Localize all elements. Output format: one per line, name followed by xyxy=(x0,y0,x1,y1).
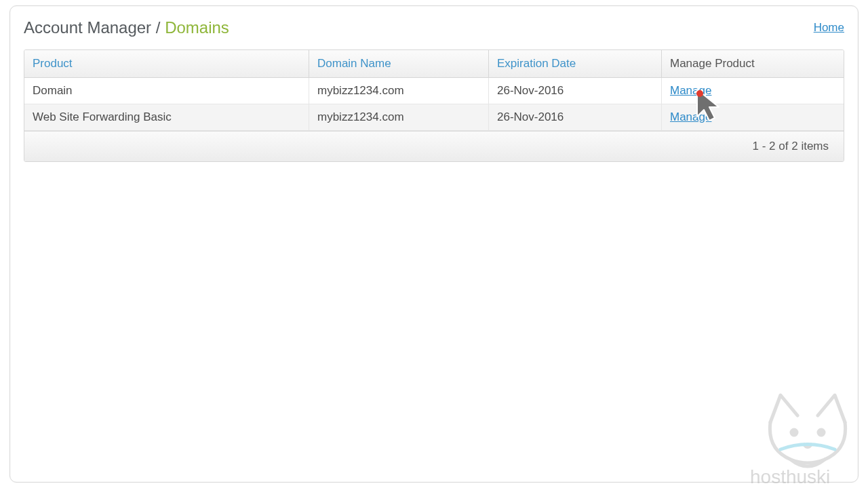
svg-point-1 xyxy=(818,430,824,435)
cell-expiration: 26-Nov-2016 xyxy=(489,78,662,104)
cell-product: Web Site Forwarding Basic xyxy=(24,104,309,130)
table-body: Domain mybizz1234.com 26-Nov-2016 Manage… xyxy=(24,78,844,131)
breadcrumb-main: Account Manager xyxy=(24,18,151,37)
col-header-product[interactable]: Product xyxy=(24,50,309,77)
home-link[interactable]: Home xyxy=(814,21,844,35)
table-header-row: Product Domain Name Expiration Date Mana… xyxy=(24,50,844,78)
watermark: hosthuski xyxy=(750,385,865,487)
cell-product: Domain xyxy=(24,78,309,104)
table-row: Domain mybizz1234.com 26-Nov-2016 Manage xyxy=(24,78,844,104)
manage-link[interactable]: Manage xyxy=(670,84,711,97)
col-header-manage: Manage Product xyxy=(662,50,844,77)
col-header-domain[interactable]: Domain Name xyxy=(309,50,489,77)
breadcrumb: Account Manager / Domains xyxy=(24,18,229,37)
cell-domain: mybizz1234.com xyxy=(309,78,489,104)
svg-point-0 xyxy=(791,430,797,435)
cell-domain: mybizz1234.com xyxy=(309,104,489,130)
header-row: Account Manager / Domains Home xyxy=(24,18,844,37)
watermark-text: hosthuski xyxy=(750,466,830,487)
domains-table: Product Domain Name Expiration Date Mana… xyxy=(24,49,844,162)
cell-manage: Manage xyxy=(662,78,844,104)
cell-manage: Manage xyxy=(662,104,844,130)
table-row: Web Site Forwarding Basic mybizz1234.com… xyxy=(24,104,844,131)
husky-logo-icon: hosthuski xyxy=(750,385,865,487)
breadcrumb-separator: / xyxy=(151,18,165,37)
account-manager-panel: Account Manager / Domains Home Product D… xyxy=(9,5,859,483)
table-footer: 1 - 2 of 2 items xyxy=(24,131,844,161)
col-header-expiration[interactable]: Expiration Date xyxy=(489,50,662,77)
cell-expiration: 26-Nov-2016 xyxy=(489,104,662,130)
manage-link[interactable]: Manage xyxy=(670,110,711,123)
breadcrumb-sub: Domains xyxy=(165,18,229,37)
